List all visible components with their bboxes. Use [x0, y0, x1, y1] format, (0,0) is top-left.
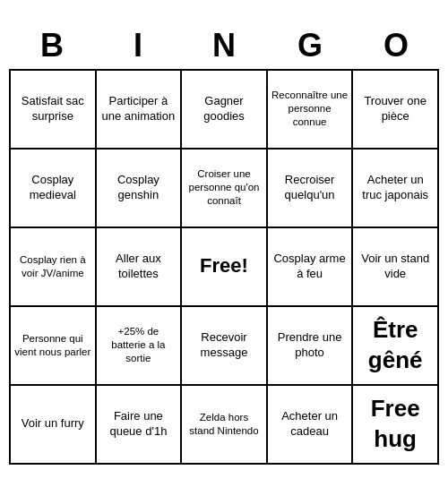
bingo-cell: Cosplay arme à feu [268, 228, 354, 307]
bingo-cell: Free hug [353, 386, 439, 465]
bingo-grid: Satisfait sac surpriseParticiper à une a… [9, 69, 439, 465]
bingo-cell: Participer à une animation [97, 71, 183, 150]
bingo-cell: Être gêné [353, 307, 439, 386]
bingo-cell: Voir un furry [11, 386, 97, 465]
bingo-cell: Aller aux toilettes [97, 228, 183, 307]
bingo-cell: Croiser une personne qu'on connaît [182, 150, 268, 228]
bingo-cell: Reconnaître une personne connue [268, 71, 354, 150]
header-letter: I [95, 22, 181, 68]
bingo-cell: Faire une queue d'1h [97, 386, 183, 465]
bingo-cell: Cosplay medieval [11, 150, 97, 228]
bingo-cell: Free! [182, 228, 268, 307]
bingo-cell: Satisfait sac surprise [11, 71, 97, 150]
bingo-cell: +25% de batterie a la sortie [97, 307, 183, 386]
bingo-cell: Personne qui vient nous parler [11, 307, 97, 386]
bingo-container: BINGO Satisfait sac surpriseParticiper à… [9, 22, 439, 464]
bingo-cell: Recroiser quelqu'un [268, 150, 354, 228]
bingo-cell: Acheter un truc japonais [353, 150, 439, 228]
bingo-cell: Gagner goodies [182, 71, 268, 150]
bingo-cell: Cosplay rien à voir JV/anime [11, 228, 97, 307]
bingo-header: BINGO [9, 22, 439, 68]
bingo-cell: Voir un stand vide [353, 228, 439, 307]
bingo-cell: Trouver one pièce [353, 71, 439, 150]
header-letter: B [9, 22, 95, 68]
bingo-cell: Cosplay genshin [97, 150, 183, 228]
bingo-cell: Acheter un cadeau [268, 386, 354, 465]
bingo-cell: Recevoir message [182, 307, 268, 386]
header-letter: O [353, 22, 439, 68]
header-letter: G [267, 22, 353, 68]
bingo-cell: Prendre une photo [268, 307, 354, 386]
bingo-cell: Zelda hors stand Nintendo [182, 386, 268, 465]
header-letter: N [181, 22, 267, 68]
